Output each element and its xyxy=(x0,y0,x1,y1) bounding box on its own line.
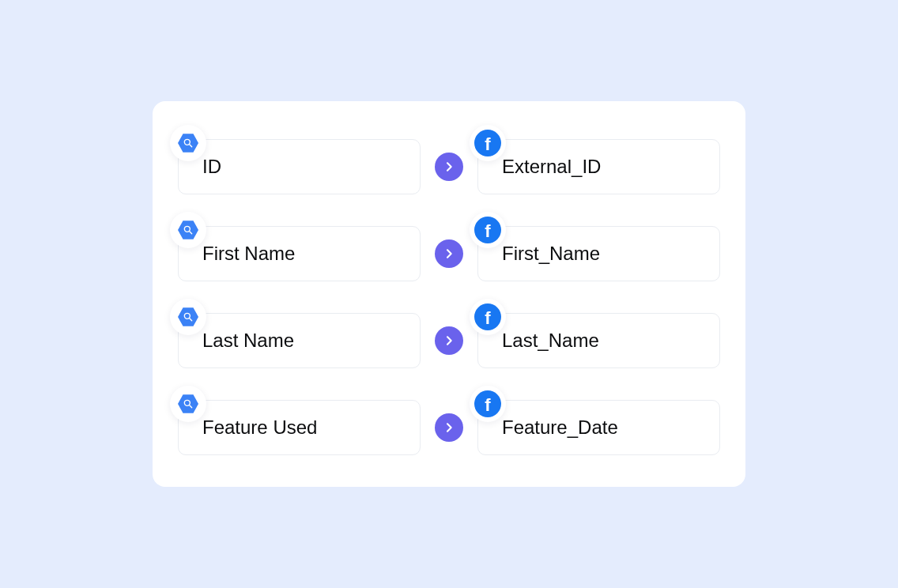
arrow-icon xyxy=(435,413,463,442)
target-label: External_ID xyxy=(502,156,601,178)
bigquery-icon xyxy=(170,125,206,161)
source-label: Last Name xyxy=(202,330,294,352)
mapping-row: Feature Used f Feature_Date xyxy=(178,400,720,455)
target-label: Feature_Date xyxy=(502,416,618,439)
source-label: First Name xyxy=(202,243,295,265)
facebook-icon: f xyxy=(470,125,506,161)
source-field[interactable]: Feature Used xyxy=(178,400,421,455)
source-label: Feature Used xyxy=(202,416,317,439)
svg-line-5 xyxy=(190,318,192,321)
svg-line-7 xyxy=(190,405,192,408)
bigquery-icon xyxy=(170,212,206,248)
target-field[interactable]: f Last_Name xyxy=(477,313,720,368)
source-field[interactable]: First Name xyxy=(178,226,421,281)
mapping-card: ID f External_ID First Name xyxy=(153,101,745,487)
facebook-icon: f xyxy=(470,212,506,248)
svg-line-1 xyxy=(190,145,192,147)
source-label: ID xyxy=(202,156,221,178)
mapping-row: First Name f First_Name xyxy=(178,226,720,281)
arrow-icon xyxy=(435,326,463,355)
target-field[interactable]: f Feature_Date xyxy=(477,400,720,455)
target-field[interactable]: f First_Name xyxy=(477,226,720,281)
source-field[interactable]: ID xyxy=(178,139,421,194)
arrow-icon xyxy=(435,239,463,268)
svg-line-3 xyxy=(190,232,192,234)
target-label: Last_Name xyxy=(502,330,599,352)
facebook-icon: f xyxy=(470,386,506,422)
bigquery-icon xyxy=(170,386,206,422)
bigquery-icon xyxy=(170,299,206,335)
target-field[interactable]: f External_ID xyxy=(477,139,720,194)
source-field[interactable]: Last Name xyxy=(178,313,421,368)
arrow-icon xyxy=(435,153,463,181)
mapping-row: ID f External_ID xyxy=(178,139,720,194)
facebook-icon: f xyxy=(470,299,506,335)
mapping-row: Last Name f Last_Name xyxy=(178,313,720,368)
target-label: First_Name xyxy=(502,243,600,265)
